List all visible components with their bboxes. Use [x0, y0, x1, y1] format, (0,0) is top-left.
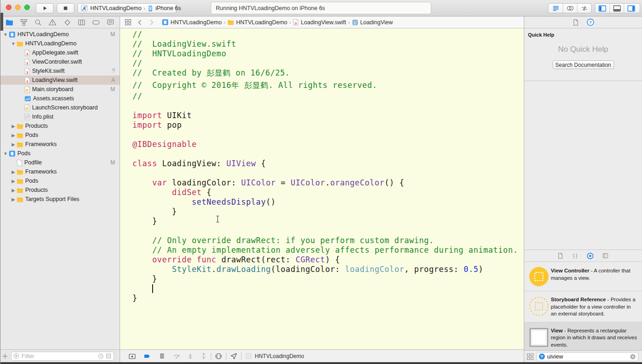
clear-search-icon[interactable]	[630, 353, 636, 360]
stop-button[interactable]	[57, 3, 74, 13]
code-line[interactable]	[132, 226, 524, 236]
code-line[interactable]	[132, 149, 524, 159]
tree-row-pods[interactable]: ▼Pods	[0, 149, 120, 158]
version-editor-button[interactable]	[577, 4, 591, 13]
add-button[interactable]	[2, 353, 8, 359]
project-navigator-tab[interactable]	[5, 19, 13, 26]
tree-row-hntvloadingdemo[interactable]: ▼HNTVLoadingDemo	[0, 39, 120, 48]
debug-navigator-tab[interactable]	[78, 19, 85, 26]
tree-row-frameworks[interactable]: ▶Frameworks	[0, 140, 120, 149]
library-grid-icon[interactable]	[527, 353, 534, 360]
tree-row-assets-xcassets[interactable]: Assets.xcassets	[0, 94, 120, 103]
code-line[interactable]: //	[132, 59, 524, 68]
tree-row-hntvloadingdemo[interactable]: ▼HNTVLoadingDemoM	[0, 30, 120, 39]
code-line[interactable]: var loadingColor: UIColor = UIColor.oran…	[132, 178, 524, 188]
disclosure-right-icon[interactable]: ▶	[10, 142, 16, 147]
tree-row-pods[interactable]: ▶Pods	[0, 130, 120, 140]
simulate-location-icon[interactable]	[230, 353, 237, 360]
debug-target-label[interactable]: HNTVLoadingDemo	[255, 353, 304, 359]
disclosure-right-icon[interactable]: ▶	[10, 169, 16, 174]
code-line[interactable]: // Copyright © 2016年 彭显鹤. All rights res…	[132, 81, 524, 90]
scheme-selector[interactable]: HNTVLoadingDemo › iPhone 6s	[77, 3, 176, 13]
code-editor[interactable]: //// LoadingView.swift// HNTVLoadingDemo…	[120, 28, 524, 349]
forward-button[interactable]	[149, 19, 154, 26]
breakpoints-toggle-icon[interactable]	[143, 353, 151, 359]
code-line[interactable]: // Created by 彭显鹤 on 16/6/25.	[132, 68, 524, 78]
disclosure-right-icon[interactable]: ▶	[10, 124, 16, 129]
find-navigator-tab[interactable]	[34, 19, 42, 26]
code-line[interactable]: }	[132, 293, 524, 303]
code-line[interactable]: // LoadingView.swift	[132, 39, 524, 49]
disclosure-right-icon[interactable]: ▶	[10, 179, 16, 184]
clock-icon[interactable]	[98, 353, 104, 359]
disclosure-down-icon[interactable]: ▼	[10, 41, 16, 46]
scm-filter-icon[interactable]	[105, 353, 112, 359]
tree-row-loadingview-swift[interactable]: LoadingView.swiftA	[0, 76, 120, 85]
view-debugger-icon[interactable]	[215, 353, 222, 360]
library-item-view[interactable]: View - Represents a rectangular region i…	[524, 322, 642, 353]
code-snippet-library-tab[interactable]: { }	[571, 252, 579, 259]
minimize-button[interactable]	[15, 5, 21, 10]
code-line[interactable]: @IBDesignable	[132, 140, 524, 149]
tree-row-products[interactable]: ▶Products	[0, 121, 120, 130]
library-item-storyboard-reference[interactable]: Storyboard Reference - Provides a placeh…	[524, 291, 642, 322]
breadcrumb-item[interactable]: HNTVLoadingDemo	[170, 19, 222, 26]
code-line[interactable]: // An empty implementation adversely aff…	[132, 245, 524, 255]
toggle-debug-area-button[interactable]	[609, 4, 624, 13]
related-items-icon[interactable]	[125, 19, 132, 26]
symbol-navigator-tab[interactable]	[20, 19, 27, 26]
disclosure-right-icon[interactable]: ▶	[10, 133, 16, 138]
search-documentation-button[interactable]: Search Documentation	[553, 60, 614, 69]
run-button[interactable]	[36, 3, 54, 13]
step-over-icon[interactable]	[173, 353, 181, 359]
tree-row-products[interactable]: ▶Products	[0, 185, 120, 195]
breadcrumb-item[interactable]: LoadingView.swift	[301, 19, 346, 26]
code-line[interactable]: import UIKit	[132, 111, 524, 120]
code-line[interactable]	[132, 130, 524, 140]
tree-row-targets-support-files[interactable]: ▶Targets Support Files	[0, 195, 120, 204]
disclosure-right-icon[interactable]: ▶	[10, 188, 16, 193]
disclosure-right-icon[interactable]: ▶	[10, 197, 16, 202]
code-line[interactable]: didSet {	[132, 188, 524, 197]
breadcrumb-item[interactable]: LoadingView	[360, 19, 393, 26]
breadcrumb-item[interactable]: HNTVLoadingDemo	[236, 19, 287, 26]
code-line[interactable]	[132, 168, 524, 178]
standard-editor-button[interactable]	[549, 4, 563, 13]
code-line[interactable]: setNeedsDisplay()	[132, 197, 524, 207]
tree-row-frameworks[interactable]: ▶Frameworks	[0, 167, 120, 176]
pause-icon[interactable]	[159, 353, 165, 359]
test-navigator-tab[interactable]	[64, 19, 71, 26]
code-line[interactable]: //	[132, 30, 524, 39]
code-line[interactable]: class LoadingView: UIView {	[132, 159, 524, 168]
disclosure-down-icon[interactable]: ▼	[2, 151, 9, 156]
code-line[interactable]: }	[132, 217, 524, 226]
library-item-view-controller[interactable]: View Controller - A controller that mana…	[524, 262, 642, 291]
tree-row-launchscreen-storyboard[interactable]: LaunchScreen.storyboard	[0, 103, 120, 112]
breakpoint-navigator-tab[interactable]	[92, 19, 100, 26]
tree-row-viewcontroller-swift[interactable]: ViewController.swift	[0, 57, 120, 66]
object-library-tab[interactable]	[587, 252, 594, 260]
code-line[interactable]	[132, 101, 524, 111]
media-library-tab[interactable]	[602, 252, 609, 259]
step-out-icon[interactable]	[200, 353, 207, 359]
close-button[interactable]	[6, 5, 11, 10]
file-template-library-tab[interactable]	[557, 252, 564, 259]
tree-row-info-plist[interactable]: Info.plist	[0, 112, 120, 121]
toggle-debug-console-icon[interactable]	[128, 353, 136, 360]
code-line[interactable]: // HNTVLoadingDemo	[132, 49, 524, 59]
tree-row-pods[interactable]: ▶Pods	[0, 176, 120, 185]
tree-row-main-storyboard[interactable]: Main.storyboardM	[0, 85, 120, 94]
code-line[interactable]: // Only override drawRect: if you perfor…	[132, 236, 524, 245]
code-line[interactable]: StyleKit.drawLoading(loadingColor: loadi…	[132, 265, 524, 274]
tree-row-stylekit-swift[interactable]: StyleKit.swift?	[0, 66, 120, 76]
disclosure-down-icon[interactable]: ▼	[2, 32, 9, 37]
code-line[interactable]	[132, 284, 524, 293]
tree-row-appdelegate-swift[interactable]: AppDelegate.swift	[0, 48, 120, 57]
report-navigator-tab[interactable]	[107, 19, 114, 26]
code-line[interactable]: }	[132, 207, 524, 217]
code-line[interactable]: }	[132, 274, 524, 284]
issue-navigator-tab[interactable]	[49, 19, 56, 26]
tree-row-podfile[interactable]: PodfileM	[0, 158, 120, 167]
back-button[interactable]	[137, 19, 143, 26]
code-line[interactable]: import pop	[132, 120, 524, 130]
